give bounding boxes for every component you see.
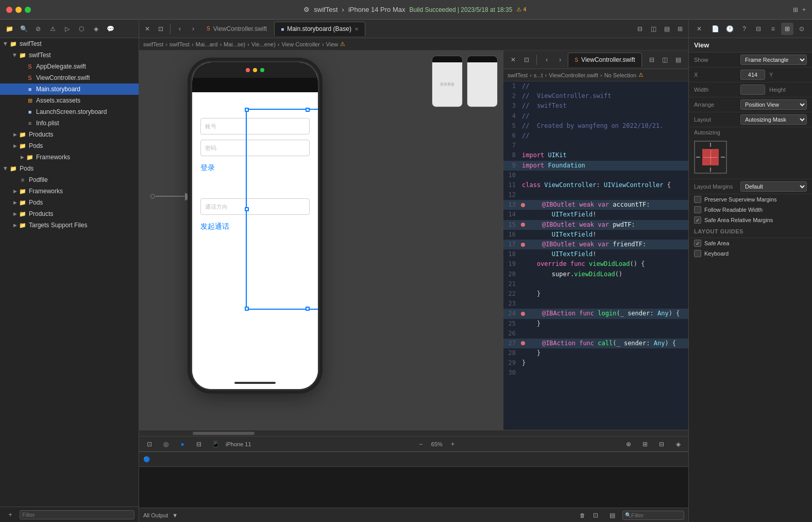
tree-item-launchscreen[interactable]: ■ LaunchScreen.storyboard bbox=[0, 106, 139, 117]
add-file-button[interactable]: + bbox=[4, 509, 16, 521]
callee-textfield[interactable]: 通话方向 bbox=[200, 198, 310, 215]
tree-item-swiftest[interactable]: ▶ 📁 swifTest bbox=[0, 49, 139, 61]
open-inspectors-button[interactable]: ⊟ bbox=[634, 23, 646, 35]
safe-area-checkbox[interactable]: ✓ bbox=[694, 240, 701, 247]
code-content[interactable]: 1 // 2 // ViewController.swift 3 // swif… bbox=[503, 81, 688, 430]
tab-viewcontroller[interactable]: S ViewController.swift bbox=[200, 22, 273, 36]
nav-forward-code[interactable]: › bbox=[554, 54, 566, 66]
tree-item-podfile[interactable]: ≡ Podfile bbox=[0, 174, 139, 186]
nav-code-button[interactable]: ◫ bbox=[659, 54, 671, 66]
nav-forward-button[interactable]: › bbox=[187, 23, 199, 35]
close-inspector-button[interactable]: ✕ bbox=[693, 23, 705, 35]
sidebar-nav-search[interactable]: 🔍 bbox=[18, 23, 30, 35]
layout-select[interactable]: Autosizing Mask bbox=[740, 114, 807, 125]
filter-input[interactable] bbox=[20, 510, 134, 519]
preview-thumb-1[interactable]: 登录界面 bbox=[432, 56, 463, 107]
bottom-nav2[interactable]: ⊞ bbox=[639, 438, 651, 450]
storyboard-nav2[interactable]: ◎ bbox=[160, 438, 172, 450]
tree-item-products2[interactable]: ▶ 📁 Products bbox=[0, 208, 139, 220]
scrollbar-thumb[interactable] bbox=[193, 432, 255, 435]
close-code-editor[interactable]: ✕ bbox=[508, 54, 519, 66]
show-select[interactable]: Frame Rectangle bbox=[740, 55, 807, 65]
attributes-inspector-icon[interactable]: ≡ bbox=[767, 23, 779, 35]
login-button[interactable]: 登录 bbox=[200, 163, 310, 173]
follow-readable-checkbox[interactable] bbox=[694, 206, 701, 213]
tree-item-frameworks[interactable]: ▶ 📁 Frameworks bbox=[0, 186, 139, 197]
safe-area-relative-checkbox[interactable]: ✓ bbox=[694, 216, 701, 224]
account-textfield[interactable]: 账号 bbox=[200, 118, 310, 134]
storyboard-nav4[interactable]: ⊟ bbox=[193, 438, 205, 450]
tab-viewcontroller-code[interactable]: S ViewController.swift bbox=[568, 53, 641, 67]
storyboard-canvas[interactable]: 登录界面 ○ ──── ▶ bbox=[139, 50, 503, 430]
inspector-content: View Show Frame Rectangle X Y Width Hei bbox=[689, 38, 812, 522]
inspectors-code-button[interactable]: ⊟ bbox=[646, 54, 657, 66]
zoom-out-button[interactable]: − bbox=[415, 438, 427, 450]
tab-close-icon[interactable]: ✕ bbox=[354, 26, 359, 32]
bottom-nav1[interactable]: ⊕ bbox=[622, 438, 635, 450]
tree-item-swiftest-root[interactable]: ▶ 📁 swifTest bbox=[0, 38, 139, 49]
device-name-label: iPhone 11 bbox=[226, 441, 251, 447]
sidebar-nav-breakpoints[interactable]: ◈ bbox=[90, 23, 102, 35]
layout-margins-select[interactable]: Default bbox=[740, 181, 807, 192]
preview-thumb-2[interactable] bbox=[467, 56, 498, 107]
minimap-code-button[interactable]: ▤ bbox=[673, 54, 684, 66]
nav-back-button[interactable]: ‹ bbox=[174, 23, 186, 35]
sidebar-nav-vcs[interactable]: ⊘ bbox=[32, 23, 44, 35]
canvas-settings-button[interactable]: ⊞ bbox=[674, 23, 686, 35]
tree-item-targets-support[interactable]: ▶ 📁 Targets Support Files bbox=[0, 220, 139, 231]
close-editor-button[interactable]: ✕ bbox=[141, 23, 154, 35]
file-inspector-icon[interactable]: 📄 bbox=[709, 23, 722, 35]
tab-main-storyboard[interactable]: ■ Main.storyboard (Base) ✕ bbox=[274, 22, 365, 36]
tree-item-main-storyboard[interactable]: ■ Main.storyboard bbox=[0, 83, 139, 95]
tree-item-pods2[interactable]: ▶ 📁 Pods bbox=[0, 197, 139, 208]
arrange-select[interactable]: Position View bbox=[740, 99, 807, 110]
add-tab-button[interactable]: + bbox=[802, 6, 806, 13]
preserve-checkbox[interactable] bbox=[694, 196, 701, 203]
sidebar-nav-folder[interactable]: 📁 bbox=[3, 23, 15, 35]
output-btn2[interactable]: ▤ bbox=[606, 509, 618, 521]
nav-back-code[interactable]: ‹ bbox=[541, 54, 552, 66]
size-inspector-icon[interactable]: ⊞ bbox=[781, 23, 793, 35]
keyboard-checkbox[interactable] bbox=[694, 250, 701, 257]
sidebar-nav-debug[interactable]: ⬡ bbox=[75, 23, 88, 35]
call-button[interactable]: 发起通话 bbox=[200, 222, 310, 231]
storyboard-device-icon[interactable]: 📱 bbox=[209, 438, 222, 450]
history-icon[interactable]: 🕐 bbox=[724, 23, 736, 35]
zoom-in-button[interactable]: + bbox=[447, 438, 459, 450]
trash-icon[interactable]: 🗑 bbox=[580, 512, 585, 518]
bottom-nav4[interactable]: ◈ bbox=[672, 438, 684, 450]
filter-input[interactable] bbox=[631, 512, 688, 518]
width-input[interactable] bbox=[740, 85, 765, 95]
sidebar-nav-report[interactable]: 💬 bbox=[104, 23, 116, 35]
tree-item-assets[interactable]: ⊞ Assets.xcassets bbox=[0, 95, 139, 106]
window-controls: ⊞ bbox=[793, 6, 798, 13]
navigate-button[interactable]: ◫ bbox=[647, 23, 659, 35]
tree-item-appdelegate[interactable]: S AppDelegate.swift bbox=[0, 61, 139, 72]
quick-help-icon[interactable]: ? bbox=[738, 23, 751, 35]
ibaction-dot bbox=[521, 312, 525, 316]
maximize-button[interactable] bbox=[25, 7, 31, 13]
sidebar-nav-issues[interactable]: ⚠ bbox=[46, 23, 59, 35]
password-textfield[interactable]: 密码 bbox=[200, 140, 310, 156]
show-minimap-button[interactable]: ▤ bbox=[661, 23, 673, 35]
identity-inspector-icon[interactable]: ⊟ bbox=[753, 23, 765, 35]
output-btn1[interactable]: ⊡ bbox=[589, 509, 602, 521]
minimize-button[interactable] bbox=[15, 7, 22, 13]
close-button[interactable] bbox=[6, 7, 12, 13]
tree-item-products[interactable]: ▶ 📁 Products bbox=[0, 129, 139, 140]
canvas-scrollbar[interactable] bbox=[139, 430, 688, 436]
tree-item-plist[interactable]: ≡ Info.plist bbox=[0, 117, 139, 129]
bottom-nav3[interactable]: ⊟ bbox=[655, 438, 668, 450]
x-input[interactable] bbox=[740, 70, 765, 80]
tree-item-pods-root[interactable]: ▶ 📁 Pods bbox=[0, 163, 139, 174]
storyboard-nav3[interactable]: ● bbox=[176, 438, 189, 450]
split-code-editor[interactable]: ⊡ bbox=[521, 54, 532, 66]
tree-item-pods-sub[interactable]: ▶ 📁 Pods bbox=[0, 140, 139, 151]
tree-item-viewcontroller[interactable]: S ViewController.swift bbox=[0, 72, 139, 83]
sidebar-nav-test[interactable]: ▷ bbox=[61, 23, 73, 35]
warnings-badge[interactable]: ⚠ 4 bbox=[516, 6, 526, 13]
tree-item-frameworks-sub[interactable]: ▶ 📁 Frameworks bbox=[0, 151, 139, 163]
connections-inspector-icon[interactable]: ⊙ bbox=[796, 23, 808, 35]
storyboard-nav1[interactable]: ⊡ bbox=[143, 438, 156, 450]
split-editor-button[interactable]: ⊡ bbox=[155, 23, 167, 35]
